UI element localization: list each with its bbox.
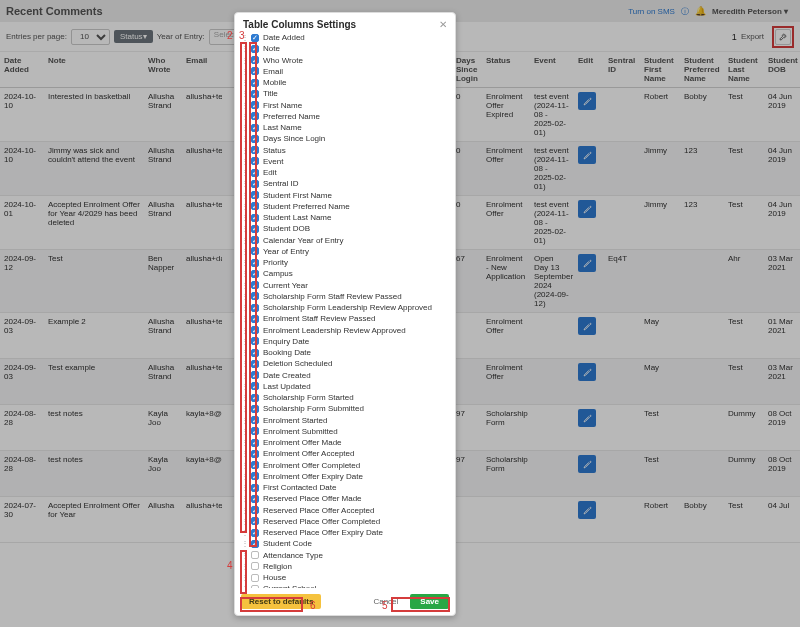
- drag-handle-icon[interactable]: ⋮: [241, 191, 247, 200]
- drag-handle-icon[interactable]: ⋮: [241, 528, 247, 537]
- drag-handle-icon[interactable]: ⋮: [241, 393, 247, 402]
- column-checkbox[interactable]: ✓: [251, 180, 259, 188]
- column-checkbox[interactable]: ✓: [251, 529, 259, 537]
- drag-handle-icon[interactable]: ⋮: [241, 281, 247, 290]
- column-checkbox[interactable]: ✓: [251, 360, 259, 368]
- column-checkbox[interactable]: ✓: [251, 202, 259, 210]
- column-checkbox[interactable]: ✓: [251, 574, 259, 582]
- column-checkbox[interactable]: ✓: [251, 484, 259, 492]
- column-checkbox[interactable]: ✓: [251, 259, 259, 267]
- drag-handle-icon[interactable]: ⋮: [241, 472, 247, 481]
- drag-handle-icon[interactable]: ⋮: [241, 33, 247, 42]
- column-checkbox[interactable]: ✓: [251, 247, 259, 255]
- column-checkbox[interactable]: ✓: [251, 326, 259, 334]
- column-checkbox[interactable]: ✓: [251, 315, 259, 323]
- drag-handle-icon[interactable]: ⋮: [241, 427, 247, 436]
- drag-handle-icon[interactable]: ⋮: [241, 269, 247, 278]
- drag-handle-icon[interactable]: ⋮: [241, 179, 247, 188]
- drag-handle-icon[interactable]: ⋮: [241, 134, 247, 143]
- column-checkbox[interactable]: ✓: [251, 405, 259, 413]
- close-icon[interactable]: ✕: [439, 19, 447, 30]
- drag-handle-icon[interactable]: ⋮: [241, 146, 247, 155]
- column-checkbox[interactable]: ✓: [251, 101, 259, 109]
- drag-handle-icon[interactable]: ⋮: [241, 101, 247, 110]
- column-checkbox[interactable]: ✓: [251, 517, 259, 525]
- save-button[interactable]: Save: [410, 594, 449, 609]
- drag-handle-icon[interactable]: ⋮: [241, 67, 247, 76]
- drag-handle-icon[interactable]: ⋮: [241, 303, 247, 312]
- column-checkbox[interactable]: ✓: [251, 169, 259, 177]
- column-checkbox[interactable]: ✓: [251, 112, 259, 120]
- drag-handle-icon[interactable]: ⋮: [241, 494, 247, 503]
- column-checkbox[interactable]: ✓: [251, 281, 259, 289]
- drag-handle-icon[interactable]: ⋮: [241, 157, 247, 166]
- drag-handle-icon[interactable]: ⋮: [241, 551, 247, 560]
- column-checkbox[interactable]: ✓: [251, 292, 259, 300]
- drag-handle-icon[interactable]: ⋮: [241, 371, 247, 380]
- column-checkbox[interactable]: ✓: [251, 349, 259, 357]
- drag-handle-icon[interactable]: ⋮: [241, 326, 247, 335]
- drag-handle-icon[interactable]: ⋮: [241, 483, 247, 492]
- column-checkbox[interactable]: ✓: [251, 225, 259, 233]
- column-checkbox[interactable]: ✓: [251, 124, 259, 132]
- column-checkbox[interactable]: ✓: [251, 34, 259, 42]
- column-checkbox[interactable]: ✓: [251, 416, 259, 424]
- column-checkbox[interactable]: ✓: [251, 236, 259, 244]
- column-checkbox[interactable]: ✓: [251, 371, 259, 379]
- column-checkbox[interactable]: ✓: [251, 506, 259, 514]
- drag-handle-icon[interactable]: ⋮: [241, 449, 247, 458]
- drag-handle-icon[interactable]: ⋮: [241, 314, 247, 323]
- column-checkbox[interactable]: ✓: [251, 472, 259, 480]
- drag-handle-icon[interactable]: ⋮: [241, 573, 247, 582]
- drag-handle-icon[interactable]: ⋮: [241, 539, 247, 548]
- column-checkbox[interactable]: ✓: [251, 461, 259, 469]
- column-checkbox[interactable]: ✓: [251, 540, 259, 548]
- drag-handle-icon[interactable]: ⋮: [241, 112, 247, 121]
- column-checkbox[interactable]: ✓: [251, 146, 259, 154]
- drag-handle-icon[interactable]: ⋮: [241, 44, 247, 53]
- column-checkbox[interactable]: ✓: [251, 214, 259, 222]
- column-checkbox[interactable]: ✓: [251, 270, 259, 278]
- column-checkbox[interactable]: ✓: [251, 551, 259, 559]
- drag-handle-icon[interactable]: ⋮: [241, 562, 247, 571]
- drag-handle-icon[interactable]: ⋮: [241, 438, 247, 447]
- column-checkbox[interactable]: ✓: [251, 427, 259, 435]
- column-checkbox[interactable]: ✓: [251, 135, 259, 143]
- column-checkbox[interactable]: ✓: [251, 394, 259, 402]
- drag-handle-icon[interactable]: ⋮: [241, 292, 247, 301]
- column-checkbox[interactable]: ✓: [251, 67, 259, 75]
- drag-handle-icon[interactable]: ⋮: [241, 224, 247, 233]
- column-checkbox[interactable]: ✓: [251, 157, 259, 165]
- column-checkbox[interactable]: ✓: [251, 337, 259, 345]
- drag-handle-icon[interactable]: ⋮: [241, 584, 247, 588]
- column-checkbox[interactable]: ✓: [251, 495, 259, 503]
- column-checkbox[interactable]: ✓: [251, 562, 259, 570]
- drag-handle-icon[interactable]: ⋮: [241, 348, 247, 357]
- column-checkbox[interactable]: ✓: [251, 56, 259, 64]
- column-checkbox[interactable]: ✓: [251, 45, 259, 53]
- drag-handle-icon[interactable]: ⋮: [241, 337, 247, 346]
- drag-handle-icon[interactable]: ⋮: [241, 202, 247, 211]
- drag-handle-icon[interactable]: ⋮: [241, 56, 247, 65]
- drag-handle-icon[interactable]: ⋮: [241, 258, 247, 267]
- drag-handle-icon[interactable]: ⋮: [241, 461, 247, 470]
- column-checkbox[interactable]: ✓: [251, 450, 259, 458]
- drag-handle-icon[interactable]: ⋮: [241, 506, 247, 515]
- column-checkbox[interactable]: ✓: [251, 439, 259, 447]
- column-checkbox[interactable]: ✓: [251, 382, 259, 390]
- drag-handle-icon[interactable]: ⋮: [241, 416, 247, 425]
- column-checkbox[interactable]: ✓: [251, 191, 259, 199]
- drag-handle-icon[interactable]: ⋮: [241, 382, 247, 391]
- column-checkbox[interactable]: ✓: [251, 90, 259, 98]
- drag-handle-icon[interactable]: ⋮: [241, 78, 247, 87]
- drag-handle-icon[interactable]: ⋮: [241, 123, 247, 132]
- drag-handle-icon[interactable]: ⋮: [241, 517, 247, 526]
- drag-handle-icon[interactable]: ⋮: [241, 359, 247, 368]
- drag-handle-icon[interactable]: ⋮: [241, 89, 247, 98]
- cancel-button[interactable]: Cancel: [367, 594, 404, 609]
- drag-handle-icon[interactable]: ⋮: [241, 168, 247, 177]
- column-checkbox[interactable]: ✓: [251, 304, 259, 312]
- column-checkbox[interactable]: ✓: [251, 79, 259, 87]
- drag-handle-icon[interactable]: ⋮: [241, 247, 247, 256]
- column-checkbox[interactable]: ✓: [251, 585, 259, 588]
